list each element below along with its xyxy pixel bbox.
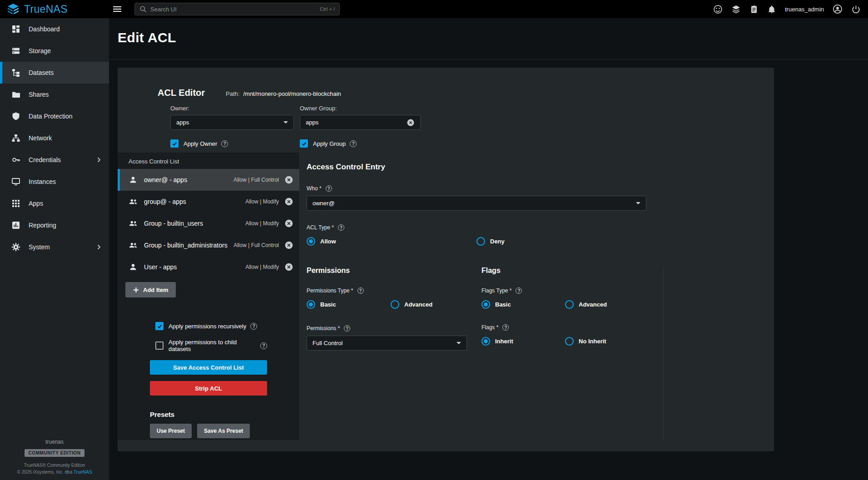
access-control-entry-panel: Access Control Entry Who * owner@ ACL Ty… — [299, 153, 774, 440]
radio-allow[interactable]: Allow — [307, 237, 476, 246]
remove-entry-icon[interactable] — [284, 262, 293, 272]
acl-editor-header: ACL Editor Path:/mnt/monero-pool/monero-… — [118, 68, 774, 153]
search-icon — [139, 5, 147, 13]
who-select[interactable]: owner@ — [307, 196, 646, 211]
acl-entry-row[interactable]: group@ - apps Allow | Modify — [118, 191, 299, 213]
flags-radio-group: Inherit No Inherit — [481, 337, 663, 346]
owner-label: Owner: — [170, 105, 294, 112]
hamburger-icon — [113, 5, 122, 14]
add-item-button[interactable]: Add Item — [125, 282, 176, 297]
help-icon[interactable] — [516, 287, 522, 294]
remove-entry-icon[interactable] — [284, 219, 293, 228]
permissions-label: Permissions * — [307, 325, 481, 332]
radio-no-inherit[interactable]: No Inherit — [565, 337, 606, 346]
checkbox-label: Apply Owner — [184, 140, 217, 147]
path-value: /mnt/monero-pool/monero-blockchain — [243, 90, 341, 97]
help-icon[interactable] — [260, 342, 267, 349]
apply-owner-checkbox[interactable]: Apply Owner — [170, 139, 294, 148]
acl-entry-row[interactable]: User - apps Allow | Modify — [118, 256, 299, 278]
acl-entry-row[interactable]: Group - builtin_users Allow | Modify — [118, 213, 299, 234]
sidebar-item-datasets[interactable]: Datasets — [0, 62, 109, 84]
remove-entry-icon[interactable] — [284, 197, 293, 206]
user-icon — [129, 175, 138, 184]
sidebar-item-instances[interactable]: Instances — [0, 171, 109, 193]
footer-copyright: © 2025 iXsystems, Inc. dba TrueNAS — [17, 470, 92, 475]
permissions-select[interactable]: Full Control — [307, 336, 467, 351]
radio-label: Inherit — [495, 338, 513, 345]
radio-deny[interactable]: Deny — [476, 237, 505, 246]
help-icon[interactable] — [502, 324, 509, 331]
sidebar-item-label: Datasets — [29, 69, 54, 76]
sidebar-item-label: Credentials — [29, 156, 61, 163]
access-control-list-panel: Access Control List owner@ - apps Allow … — [118, 153, 299, 440]
sidebar-item-shares[interactable]: Shares — [0, 84, 109, 105]
storage-icon — [11, 46, 21, 56]
remove-entry-icon[interactable] — [284, 241, 293, 250]
apply-child-datasets-checkbox[interactable]: Apply permissions to child datasets — [155, 339, 267, 352]
remove-entry-icon[interactable] — [284, 175, 293, 184]
truenas-logo[interactable]: TrueNAS — [0, 3, 109, 15]
help-icon[interactable] — [326, 185, 332, 192]
user-menu-button[interactable] — [833, 4, 843, 14]
radio-permissions-advanced[interactable]: Advanced — [391, 300, 432, 309]
radio-permissions-basic[interactable]: Basic — [307, 300, 391, 309]
radio-label: No Inherit — [579, 338, 606, 345]
acl-entry-row[interactable]: owner@ - apps Allow | Full Control — [118, 169, 299, 191]
save-acl-button[interactable]: Save Access Control List — [150, 360, 267, 375]
help-icon[interactable] — [357, 287, 364, 294]
truecommand-button[interactable] — [731, 5, 741, 14]
help-icon[interactable] — [350, 140, 357, 147]
acl-entry-name: group@ - apps — [144, 198, 186, 205]
acl-entry-row[interactable]: Group - builtin_administrators Allow | F… — [118, 234, 299, 256]
radio-selected-icon — [307, 237, 315, 246]
sidebar-item-apps[interactable]: Apps — [0, 193, 109, 214]
jobs-button[interactable] — [749, 5, 759, 14]
acl-entry-name: owner@ - apps — [144, 176, 187, 183]
sidebar-item-storage[interactable]: Storage — [0, 40, 109, 62]
acl-entry-permissions: Allow | Modify — [245, 264, 279, 270]
datasets-icon — [11, 68, 21, 78]
clipboard-icon — [749, 5, 759, 14]
footer-edition-text: TrueNAS® Community Edition — [24, 463, 85, 468]
sidebar-item-dashboard[interactable]: Dashboard — [0, 18, 109, 40]
alerts-button[interactable] — [767, 5, 776, 14]
save-as-preset-button[interactable]: Save As Preset — [197, 424, 250, 438]
ace-title: Access Control Entry — [307, 163, 774, 172]
help-icon[interactable] — [344, 325, 350, 332]
radio-flags-basic[interactable]: Basic — [481, 300, 565, 309]
apply-group-checkbox[interactable]: Apply Group — [300, 139, 421, 148]
help-icon[interactable] — [250, 323, 257, 330]
help-icon[interactable] — [221, 140, 228, 147]
owner-group-input[interactable]: apps — [300, 115, 421, 130]
sidebar-item-data-protection[interactable]: Data Protection — [0, 105, 109, 127]
feedback-button[interactable] — [713, 5, 723, 14]
radio-label: Advanced — [404, 301, 432, 308]
search-input[interactable] — [150, 6, 316, 13]
strip-acl-button[interactable]: Strip ACL — [150, 381, 267, 396]
sidebar-item-reporting[interactable]: Reporting — [0, 214, 109, 236]
chevron-right-icon — [97, 157, 101, 163]
radio-label: Allow — [320, 238, 336, 245]
radio-inherit[interactable]: Inherit — [481, 337, 565, 346]
sidebar-item-network[interactable]: Network — [0, 127, 109, 149]
owner-select[interactable]: apps — [170, 115, 294, 130]
checkbox-unchecked-icon — [155, 341, 164, 350]
sidebar-item-credentials[interactable]: Credentials — [0, 149, 109, 171]
power-menu-button[interactable] — [851, 5, 861, 14]
logged-in-user: truenas_admin — [785, 6, 824, 13]
copyright-text: © 2025 iXsystems, Inc. dba — [17, 470, 73, 475]
search-box[interactable]: Ctrl + / — [134, 3, 340, 15]
apply-recursively-checkbox[interactable]: Apply permissions recursively — [155, 322, 267, 330]
clear-icon[interactable] — [407, 119, 415, 127]
flags-type-label: Flags Type * — [481, 287, 663, 294]
dropdown-caret-icon — [636, 202, 640, 204]
footer-brand-link[interactable]: TrueNAS — [74, 470, 92, 475]
hostname: truenas — [45, 439, 64, 445]
sidebar-item-system[interactable]: System — [0, 236, 109, 258]
menu-toggle-button[interactable] — [113, 5, 122, 14]
radio-flags-advanced[interactable]: Advanced — [565, 300, 607, 309]
help-icon[interactable] — [338, 224, 344, 231]
acl-entry-permissions: Allow | Full Control — [233, 177, 279, 183]
user-icon — [129, 262, 138, 272]
use-preset-button[interactable]: Use Preset — [150, 424, 192, 438]
